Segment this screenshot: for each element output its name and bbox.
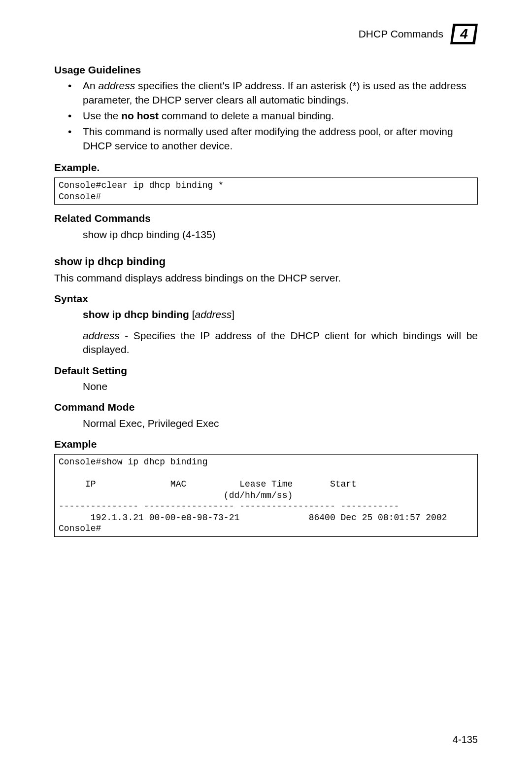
- syntax-em: address: [195, 309, 232, 320]
- syntax-bracket: [: [189, 309, 195, 320]
- show-cmd-heading: show ip dhcp binding: [54, 254, 478, 269]
- list-item: This command is normally used after modi…: [83, 125, 478, 153]
- list-item: An address specifies the client's IP add…: [83, 79, 478, 107]
- show-cmd-description: This command displays address bindings o…: [54, 271, 478, 285]
- syntax-desc-rest: - Specifies the IP address of the DHCP c…: [83, 330, 478, 355]
- text: Use the: [83, 110, 121, 121]
- text: This command is normally used after modi…: [83, 126, 453, 151]
- syntax-heading: Syntax: [54, 292, 478, 306]
- text: An: [83, 80, 99, 91]
- example2-heading: Example: [54, 437, 478, 451]
- chapter-badge-icon: 4: [450, 24, 478, 44]
- syntax-strong: show ip dhcp binding: [83, 309, 189, 320]
- syntax-line: show ip dhcp binding [address]: [54, 308, 478, 321]
- text-strong: no host: [121, 110, 159, 121]
- text-em: address: [99, 80, 135, 91]
- page-content: DHCP Commands 4 Usage Guidelines An addr…: [0, 0, 532, 537]
- page-header: DHCP Commands 4: [54, 24, 478, 44]
- related-heading: Related Commands: [54, 211, 478, 225]
- default-heading: Default Setting: [54, 364, 478, 378]
- example2-code: Console#show ip dhcp binding IP MAC Leas…: [54, 454, 478, 537]
- cmdmode-heading: Command Mode: [54, 400, 478, 414]
- syntax-bracket: ]: [232, 309, 234, 320]
- page-number: 4-135: [453, 733, 478, 746]
- chapter-number: 4: [453, 26, 475, 42]
- related-text: show ip dhcp binding (4-135): [54, 228, 478, 242]
- syntax-desc-em: address: [83, 330, 120, 341]
- usage-heading: Usage Guidelines: [54, 63, 478, 77]
- syntax-desc: address - Specifies the IP address of th…: [54, 329, 478, 357]
- text: specifies the client's IP address. If an…: [83, 80, 466, 105]
- cmdmode-text: Normal Exec, Privileged Exec: [54, 417, 478, 430]
- default-text: None: [54, 380, 478, 393]
- usage-bullet-list: An address specifies the client's IP add…: [54, 79, 478, 153]
- header-title: DHCP Commands: [359, 27, 443, 41]
- list-item: Use the no host command to delete a manu…: [83, 109, 478, 123]
- example1-code: Console#clear ip dhcp binding * Console#: [54, 177, 478, 205]
- example1-heading: Example.: [54, 161, 478, 175]
- text: command to delete a manual binding.: [159, 110, 334, 121]
